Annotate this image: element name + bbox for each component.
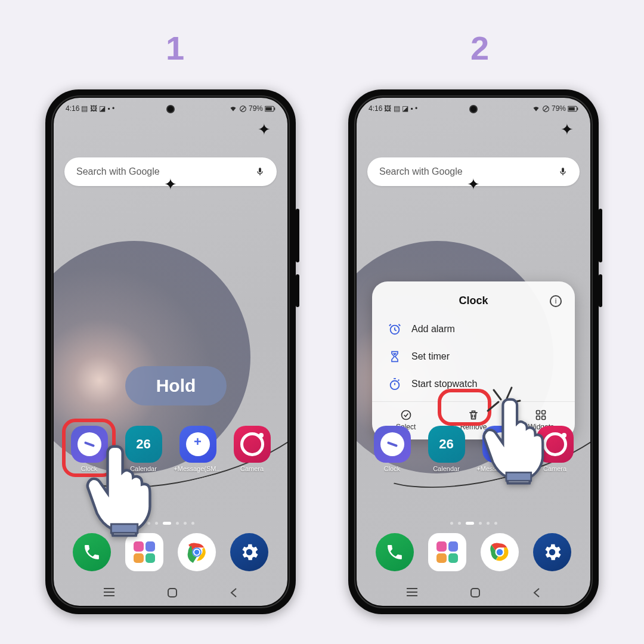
hourglass-icon: [388, 349, 402, 364]
svg-point-24: [401, 411, 410, 420]
stopwatch-icon: [388, 377, 402, 391]
hold-label: Hold: [156, 376, 196, 396]
app-label: Calendar: [433, 465, 460, 472]
svg-rect-3: [265, 107, 271, 110]
volume-button: [296, 209, 299, 262]
app-camera[interactable]: Camera: [228, 426, 277, 472]
wifi-icon: [532, 105, 540, 112]
popup-row-label: Start stopwatch: [411, 379, 477, 389]
no-sim-icon: [542, 105, 550, 113]
svg-rect-40: [506, 472, 531, 481]
app-label: Camera: [240, 465, 264, 472]
wifi-icon: [229, 105, 237, 112]
calendar-icon: 26: [428, 426, 465, 463]
svg-rect-35: [471, 589, 479, 597]
sparkle-icon: ✦: [561, 120, 574, 139]
dock-settings[interactable]: [230, 533, 268, 571]
svg-rect-4: [274, 107, 275, 110]
nav-home[interactable]: [166, 587, 178, 599]
svg-point-11: [194, 549, 200, 555]
status-time: 4:16: [66, 104, 79, 113]
app-label: +Message(SM...: [174, 465, 221, 472]
app-message[interactable]: + +Message(SM...: [174, 426, 222, 472]
dock-chrome[interactable]: [178, 533, 216, 571]
nav-recents[interactable]: [405, 587, 419, 599]
phone-frame-step1: 4:16 ▤ 🖼 ◪ ▪ • 79% ✦ Search with Google: [45, 89, 296, 614]
clock-icon: [374, 426, 411, 463]
popup-row-set-timer[interactable]: Set timer: [372, 343, 575, 370]
alarm-icon: [388, 322, 402, 336]
popup-row-label: Set timer: [411, 351, 450, 362]
dock: [357, 533, 590, 571]
battery-percent: 79%: [552, 104, 566, 113]
front-camera: [166, 105, 175, 113]
dock-apps[interactable]: [428, 533, 466, 571]
front-camera: [469, 105, 478, 113]
dock-chrome[interactable]: [481, 533, 519, 571]
svg-rect-15: [168, 589, 177, 597]
calendar-day: 26: [439, 436, 453, 452]
app-calendar[interactable]: 26 Calendar: [422, 426, 471, 472]
check-circle-icon: [400, 409, 412, 421]
step-number-2: 2: [470, 29, 489, 67]
status-time: 4:16: [369, 104, 382, 113]
app-label: Clock: [384, 465, 401, 472]
search-placeholder: Search with Google: [379, 166, 463, 177]
battery-percent: 79%: [249, 104, 263, 113]
svg-rect-16: [111, 524, 137, 533]
popup-row-label: Add alarm: [411, 324, 455, 335]
dock-phone[interactable]: [376, 533, 414, 571]
svg-line-1: [241, 107, 245, 111]
mic-icon[interactable]: [558, 165, 568, 178]
popup-row-add-alarm[interactable]: Add alarm: [372, 315, 575, 343]
hand-pointer-icon: [82, 438, 172, 539]
sparkle-icon: ✦: [467, 175, 480, 194]
no-sim-icon: [239, 105, 247, 113]
nav-home[interactable]: [469, 587, 481, 599]
search-placeholder: Search with Google: [76, 166, 160, 177]
app-clock[interactable]: Clock: [368, 426, 417, 472]
hold-instruction-overlay: Hold: [125, 366, 227, 405]
volume-button: [599, 209, 602, 262]
step-number-1: 1: [166, 29, 184, 67]
status-icons-left: ▤ 🖼 ◪ ▪ •: [81, 104, 114, 113]
battery-icon: [265, 106, 275, 112]
phone-frame-step2: 4:16 🖼 ▤ ◪ ▪ • 79% ✦ Search with Google …: [348, 89, 599, 614]
nav-back[interactable]: [229, 587, 239, 599]
nav-recents[interactable]: [103, 587, 116, 599]
svg-rect-21: [577, 107, 578, 110]
sparkle-icon: ✦: [258, 120, 271, 139]
dock-settings[interactable]: [533, 533, 571, 571]
battery-icon: [568, 106, 578, 112]
svg-rect-20: [568, 107, 574, 110]
power-button: [296, 274, 299, 307]
svg-line-18: [544, 107, 548, 111]
message-icon: +: [179, 426, 216, 463]
page-indicator: [357, 522, 590, 525]
nav-bar: [54, 587, 287, 599]
hand-pointer-icon: [479, 391, 563, 487]
nav-bar: [357, 587, 590, 599]
camera-icon: [234, 426, 271, 463]
sparkle-icon: ✦: [164, 175, 177, 194]
status-icons-left: 🖼 ▤ ◪ ▪ •: [384, 104, 417, 113]
info-icon[interactable]: i: [550, 295, 562, 307]
svg-point-23: [391, 381, 400, 390]
power-button: [599, 274, 602, 307]
popup-title: Clock: [459, 295, 488, 307]
nav-back[interactable]: [532, 587, 541, 599]
mic-icon[interactable]: [255, 165, 265, 178]
